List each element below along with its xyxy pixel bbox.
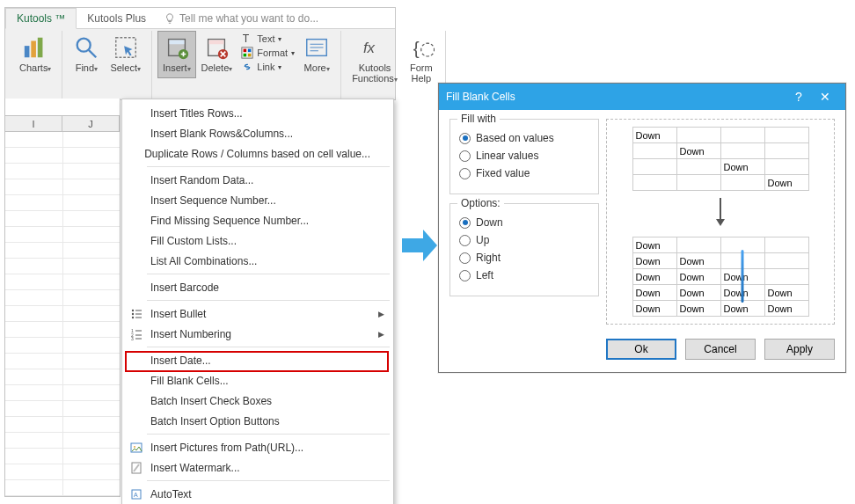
menu-insert-sequence-number[interactable]: Insert Sequence Number... [122,190,393,210]
col-header-i[interactable]: I [5,116,62,131]
menu-duplicate-rows-columns[interactable]: Duplicate Rows / Columns based on cell v… [122,143,393,164]
tab-kutools[interactable]: Kutools ™ [5,8,77,29]
submenu-arrow-icon: ▶ [378,310,384,318]
find-button[interactable]: Find▾ [68,31,105,78]
lightbulb-icon [164,12,176,25]
kutools-functions-button[interactable]: fx Kutools Functions▾ [347,31,403,89]
menu-find-missing-sequence[interactable]: Find Missing Sequence Number... [122,210,393,230]
select-icon [113,34,139,61]
link-button[interactable]: Link ▾ [241,61,295,73]
svg-point-28 [132,316,134,318]
select-button[interactable]: Select▾ [105,31,146,78]
radio-based-on-values[interactable]: Based on values [459,132,589,144]
delete-button[interactable]: Delete▾ [196,31,238,78]
menu-insert-pictures-from-path[interactable]: Insert Pictures from Path(URL)... [122,437,393,457]
number-list-icon: 123 [128,328,145,340]
text-button[interactable]: T Text ▾ [241,33,295,45]
more-button[interactable]: More▾ [298,31,335,78]
format-button[interactable]: Format ▾ [241,47,295,59]
svg-text:3: 3 [131,336,134,340]
tell-me-label: Tell me what you want to do... [179,12,318,25]
help-button[interactable]: ? [786,90,812,104]
charts-button[interactable]: Charts▾ [14,31,56,78]
menu-insert-date[interactable]: Insert Date... [122,350,393,370]
svg-rect-1 [32,41,37,58]
radio-fixed-value[interactable]: Fixed value [459,167,589,179]
chart-icon [22,34,48,61]
preview-before-table: Down Down Down Down [632,127,809,191]
menu-fill-blank-cells[interactable]: Fill Blank Cells... [122,370,393,391]
svg-text:A: A [134,492,138,498]
menu-insert-watermark[interactable]: Insert Watermark... [122,457,393,478]
menu-batch-insert-option-buttons[interactable]: Batch Insert Option Buttons [122,411,393,431]
preview-panel: Down Down Down Down Down DownDown DownDo… [606,119,835,325]
submenu-arrow-icon: ▶ [378,330,384,339]
formula-helper-button[interactable]: {◌ Form Help [403,31,440,87]
radio-right[interactable]: Right [459,252,589,264]
text-icon: T [241,33,253,45]
menu-fill-custom-lists[interactable]: Fill Custom Lists... [122,230,393,251]
apply-button[interactable]: Apply [764,339,835,360]
menu-insert-random-data[interactable]: Insert Random Data... [122,170,393,190]
ok-button[interactable]: Ok [606,339,676,360]
menu-insert-blank-rows-columns[interactable]: Insert Blank Rows&Columns... [122,123,393,143]
insert-dropdown-menu: Insert Titles Rows... Insert Blank Rows&… [121,99,394,504]
menu-insert-titles-rows[interactable]: Insert Titles Rows... [122,103,393,123]
svg-rect-15 [248,49,252,53]
close-button[interactable]: ✕ [812,90,838,104]
ribbon-tabs: Kutools ™ Kutools Plus Tell me what you … [5,8,395,29]
menu-list-all-combinations[interactable]: List All Combinations... [122,251,393,271]
svg-point-26 [132,312,134,314]
svg-text:fx: fx [363,40,376,56]
preview-after-table: Down DownDown DownDownDown DownDownDownD… [632,237,809,317]
watermark-icon [128,462,145,474]
radio-linear-values[interactable]: Linear values [459,150,589,162]
autotext-icon: A [128,488,145,500]
svg-point-3 [77,39,91,52]
menu-autotext[interactable]: AAutoText [122,484,393,504]
insert-icon [164,34,190,61]
column-headers[interactable]: I J [5,116,120,132]
dialog-title: Fill Blank Cells [446,91,786,103]
dialog-titlebar[interactable]: Fill Blank Cells ? ✕ [439,84,845,110]
format-icon [241,47,253,59]
menu-batch-insert-check-boxes[interactable]: Batch Insert Check Boxes [122,391,393,411]
cancel-button[interactable]: Cancel [685,339,756,360]
radio-down[interactable]: Down [459,216,589,229]
grid-rows[interactable] [5,132,120,496]
fill-with-legend: Fill with [457,113,500,125]
tell-me-search[interactable]: Tell me what you want to do... [157,12,318,25]
col-header-j[interactable]: J [62,116,120,131]
bullet-list-icon [128,308,145,320]
svg-rect-17 [248,54,252,57]
fill-blank-cells-dialog: Fill Blank Cells ? ✕ Fill with Based on … [438,83,846,373]
formula-helper-icon: {◌ [408,34,435,61]
more-icon [303,34,330,61]
svg-rect-10 [209,40,224,45]
menu-insert-barcode[interactable]: Insert Barcode [122,277,393,297]
excel-ribbon-window: Kutools ™ Kutools Plus Tell me what you … [4,7,396,100]
link-icon [241,61,253,73]
dialog-buttons: Ok Cancel Apply [439,332,845,372]
menu-insert-numbering[interactable]: 123Insert Numbering▶ [122,324,393,344]
svg-rect-0 [25,46,30,57]
radio-left[interactable]: Left [459,269,589,281]
svg-text:T: T [243,33,250,45]
svg-line-39 [134,464,139,471]
worksheet-grid[interactable]: I J [4,99,121,497]
svg-rect-16 [244,54,247,57]
ribbon-body: Charts▾ Find▾ Select▾ Insert▾ Delete▾ [5,29,395,99]
options-group: Options: Down Up Right Left [449,203,599,296]
down-arrow-icon [713,196,727,231]
formula-bar[interactable] [5,99,120,116]
svg-rect-2 [38,38,43,58]
fx-icon: fx [362,34,388,61]
radio-up[interactable]: Up [459,234,589,246]
insert-button[interactable]: Insert▾ [157,31,196,78]
tab-kutools-plus[interactable]: Kutools Plus [77,9,157,28]
flow-arrow-icon [400,226,439,268]
picture-icon [128,442,145,454]
menu-insert-bullet[interactable]: Insert Bullet▶ [122,303,393,324]
svg-text:{◌: {◌ [413,38,434,58]
fill-with-group: Fill with Based on values Linear values … [449,119,599,194]
